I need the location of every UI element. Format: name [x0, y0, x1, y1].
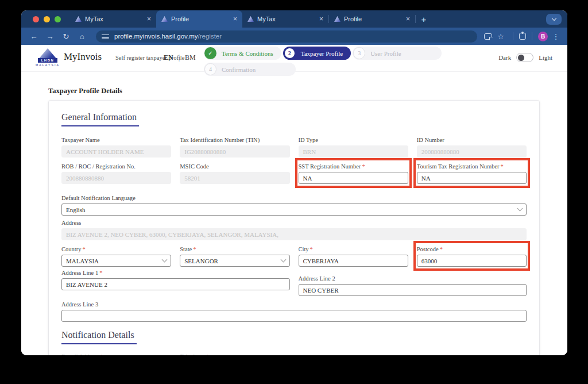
- switch-knob: [518, 55, 524, 61]
- selected-value: MALAYSIA: [66, 258, 99, 264]
- minimize-window-button[interactable]: [44, 16, 50, 22]
- step-label: Terms & Conditions: [222, 50, 273, 57]
- postcode-input[interactable]: [417, 255, 527, 267]
- page-title: Taxpayer Profile Details: [48, 87, 122, 95]
- page-viewport: LHDN MALAYSIA MyInvois Self register tax…: [21, 45, 567, 355]
- form-row-1: Taxpayer Name Tax Identification Number …: [61, 137, 527, 158]
- lhdn-favicon: [334, 16, 341, 22]
- notification-language-select[interactable]: English: [61, 203, 527, 216]
- field-label: Default Notification Language: [61, 195, 527, 201]
- new-tab-button[interactable]: +: [416, 14, 432, 24]
- lang-en-button[interactable]: EN: [164, 53, 173, 62]
- step-confirmation: 4 Confirmation: [204, 63, 296, 76]
- form-row-2: ROB / ROC / Registration No. MSIC Code S…: [61, 163, 527, 184]
- theme-toggle: Dark Light: [498, 53, 552, 62]
- tab-mytax-2[interactable]: MyTax ×: [242, 10, 328, 28]
- lhdn-favicon: [75, 16, 82, 22]
- step-user-profile: 3 User Profile: [353, 47, 441, 60]
- city-input[interactable]: [299, 255, 408, 267]
- theme-dark-label: Dark: [498, 54, 511, 61]
- tin-input: [180, 145, 289, 158]
- field-label: Postcode*: [417, 246, 527, 252]
- url-path: /register: [198, 33, 222, 40]
- site-header: LHDN MALAYSIA MyInvois Self register tax…: [21, 45, 567, 72]
- msic-code-input: [180, 172, 289, 184]
- browser-menu-icon[interactable]: ⋮: [550, 32, 562, 41]
- step-label: Confirmation: [222, 66, 256, 73]
- home-icon[interactable]: ⌂: [75, 32, 89, 41]
- address-line-2-input[interactable]: [299, 284, 527, 296]
- country-select[interactable]: MALAYSIA: [61, 255, 171, 267]
- field-notification-language: Default Notification Language English: [61, 195, 527, 216]
- theme-switch[interactable]: [516, 53, 533, 62]
- field-label: Tourism Tax Registration Number*: [417, 163, 527, 170]
- tab-mytax-1[interactable]: MyTax ×: [70, 10, 156, 28]
- field-label: SST Registration Number*: [299, 163, 408, 170]
- field-label: ROB / ROC / Registration No.: [61, 163, 171, 170]
- field-id-type: ID Type: [299, 137, 408, 158]
- maximize-window-button[interactable]: [55, 16, 61, 22]
- lhdn-acronym: LHDN: [38, 58, 57, 63]
- field-label: Address Line 2: [299, 275, 527, 282]
- tab-close-icon[interactable]: ×: [147, 16, 151, 22]
- tab-profile-active[interactable]: Profile ×: [156, 10, 242, 28]
- form-row-notification: E-mail Address* Telephone*: [61, 354, 527, 355]
- step-label: Taxpayer Profile: [301, 50, 343, 57]
- profile-avatar[interactable]: B: [538, 32, 548, 41]
- extensions-icon[interactable]: [519, 33, 526, 40]
- tab-close-icon[interactable]: ×: [406, 16, 410, 22]
- step-number: 4: [204, 63, 216, 75]
- lhdn-favicon: [247, 16, 254, 22]
- bookmark-star-icon[interactable]: ☆: [494, 32, 507, 41]
- back-icon[interactable]: ←: [27, 32, 41, 41]
- tab-share-icon[interactable]: [484, 33, 492, 40]
- required-marker: *: [440, 246, 443, 252]
- tab-close-icon[interactable]: ×: [319, 16, 323, 22]
- brand-title: MyInvois: [64, 51, 102, 63]
- id-type-input: [299, 145, 408, 158]
- tab-title: MyTax: [257, 16, 316, 22]
- field-label: ID Number: [417, 137, 527, 143]
- sst-number-input[interactable]: [299, 172, 408, 184]
- field-registration-no: ROB / ROC / Registration No.: [61, 163, 171, 184]
- field-telephone: Telephone*: [180, 354, 289, 355]
- lang-bm-button[interactable]: BM: [185, 53, 196, 62]
- lhdn-favicon: [161, 16, 168, 22]
- reload-icon[interactable]: ↻: [59, 32, 73, 41]
- required-marker: *: [82, 246, 85, 252]
- step-terms-conditions: ✓ Terms & Conditions: [204, 47, 281, 60]
- stepper-row-1: ✓ Terms & Conditions 2 Taxpayer Profile …: [204, 47, 442, 60]
- required-marker: *: [193, 246, 196, 252]
- tab-title: Profile: [171, 16, 230, 22]
- address-line-1-input[interactable]: [61, 278, 290, 290]
- url-host: profile.myinvois.hasil.gov.my: [114, 33, 198, 40]
- step-label: User Profile: [370, 50, 401, 57]
- field-label: State*: [180, 246, 289, 252]
- form-row-address-lines: Address Line 1* Address Line 2: [61, 270, 527, 296]
- address-bar[interactable]: profile.myinvois.hasil.gov.my/register: [96, 30, 477, 43]
- field-label: Tax Identification Number (TIN): [180, 137, 289, 143]
- field-label: Taxpayer Name: [61, 137, 171, 143]
- browser-toolbar: ← → ↻ ⌂ profile.myinvois.hasil.gov.my/re…: [21, 28, 567, 45]
- field-address: Address: [61, 220, 527, 240]
- state-select[interactable]: SELANGOR: [180, 255, 289, 267]
- field-label: ID Type: [299, 137, 408, 143]
- desktop-background: MyTax × Profile × MyTax × Profile × +: [0, 0, 588, 384]
- tab-search-button[interactable]: [546, 14, 562, 25]
- required-marker: *: [501, 163, 504, 170]
- close-window-button[interactable]: [33, 16, 39, 22]
- window-controls: [21, 16, 70, 22]
- url-text: profile.myinvois.hasil.gov.my/register: [114, 33, 222, 40]
- field-label: Address Line 1*: [61, 270, 290, 276]
- field-address-line-1: Address Line 1*: [61, 270, 290, 296]
- selected-value: SELANGOR: [184, 258, 218, 264]
- address-line-3-input[interactable]: [61, 310, 527, 322]
- site-settings-icon[interactable]: [102, 34, 109, 39]
- forward-icon[interactable]: →: [43, 32, 57, 41]
- theme-light-label: Light: [539, 54, 552, 61]
- tourism-tax-number-input[interactable]: [417, 172, 527, 184]
- tab-profile-2[interactable]: Profile ×: [329, 10, 415, 28]
- check-icon: ✓: [204, 47, 216, 59]
- field-country: Country* MALAYSIA: [61, 246, 171, 267]
- tab-close-icon[interactable]: ×: [233, 16, 237, 22]
